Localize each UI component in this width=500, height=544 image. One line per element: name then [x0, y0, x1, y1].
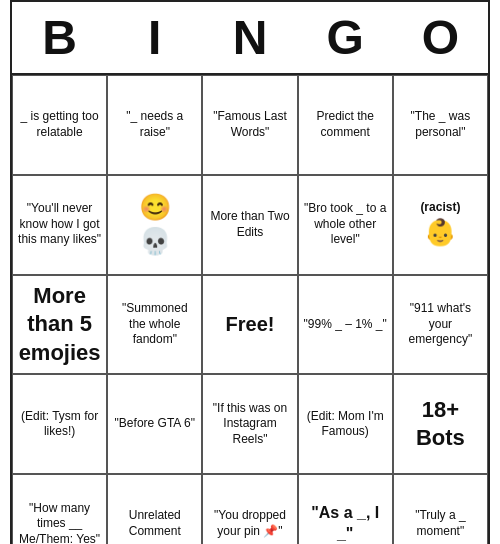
cell-r1c4: (racist)👶 [393, 175, 488, 275]
letter-g: G [305, 10, 385, 65]
cell-r0c2: "Famous Last Words" [202, 75, 297, 175]
letter-b: B [20, 10, 100, 65]
bingo-title: B I N G O [12, 2, 488, 75]
letter-n: N [210, 10, 290, 65]
cell-r4c0: "How many times __ Me/Them: Yes" [12, 474, 107, 544]
cell-r1c3: "Bro took _ to a whole other level" [298, 175, 393, 275]
cell-r4c2: "You dropped your pin 📌" [202, 474, 297, 544]
cell-r3c0: (Edit: Tysm for likes!) [12, 374, 107, 474]
cell-r4c3: "As a _, I _" [298, 474, 393, 544]
cell-r0c3: Predict the comment [298, 75, 393, 175]
cell-r2c1: "Summoned the whole fandom" [107, 275, 202, 375]
cell-r2c2: Free! [202, 275, 297, 375]
cell-r1c2: More than Two Edits [202, 175, 297, 275]
cell-r2c4: "911 what's your emergency" [393, 275, 488, 375]
cell-r3c2: "If this was on Instagram Reels" [202, 374, 297, 474]
bingo-card: B I N G O _ is getting too relatable"_ n… [10, 0, 490, 544]
cell-r4c4: "Truly a _ moment" [393, 474, 488, 544]
cell-r2c0: More than 5 emojies [12, 275, 107, 375]
cell-r0c4: "The _ was personal" [393, 75, 488, 175]
bingo-grid: _ is getting too relatable"_ needs a rai… [12, 75, 488, 544]
letter-i: I [115, 10, 195, 65]
letter-o: O [400, 10, 480, 65]
cell-r0c0: _ is getting too relatable [12, 75, 107, 175]
cell-r4c1: Unrelated Comment [107, 474, 202, 544]
cell-r1c1: 😊💀 [107, 175, 202, 275]
cell-r3c3: (Edit: Mom I'm Famous) [298, 374, 393, 474]
cell-r3c4: 18+ Bots [393, 374, 488, 474]
cell-r2c3: "99% _ – 1% _" [298, 275, 393, 375]
cell-r0c1: "_ needs a raise" [107, 75, 202, 175]
cell-r1c0: "You'll never know how I got this many l… [12, 175, 107, 275]
cell-r3c1: "Before GTA 6" [107, 374, 202, 474]
